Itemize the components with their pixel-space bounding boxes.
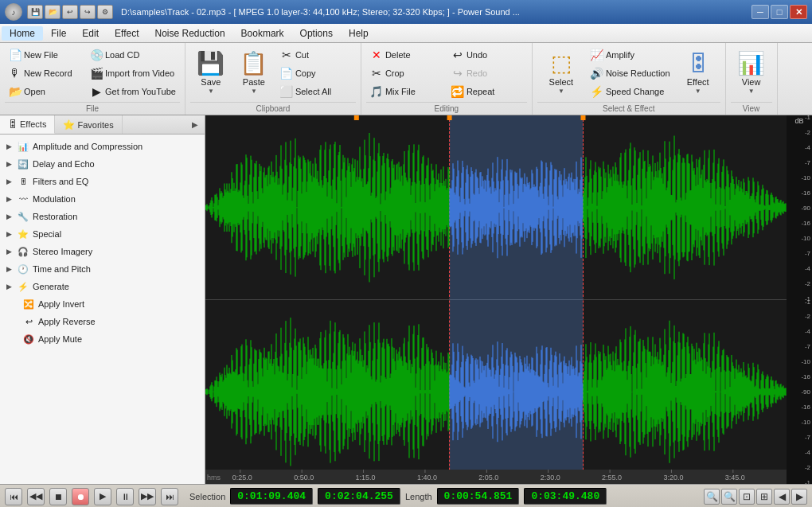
effect-item-filters[interactable]: ▶ 🎚 Filters and EQ [0, 173, 205, 190]
undo-quick-btn[interactable]: ↩ [62, 5, 78, 19]
effects-tab[interactable]: 🎛 Effects [0, 115, 55, 134]
window-controls: ─ □ ✕ [751, 5, 807, 19]
menu-home[interactable]: Home [2, 26, 43, 41]
ribbon-group-file: 📄 New File 🎙 New Record 📂 Open 💿 Load CD [0, 43, 185, 115]
amplify-icon: 📈 [591, 49, 603, 61]
ribbon-group-view: 📊 View ▼ View [726, 43, 778, 115]
effect-dropdown-arrow: ▼ [695, 88, 701, 96]
redo-button[interactable]: ↪ Redo [447, 64, 527, 82]
filters-icon: 🎚 [17, 175, 29, 188]
goto-start-button[interactable]: ⏮ [5, 488, 22, 505]
effect-item-modulation[interactable]: ▶ 〰 Modulation [0, 190, 205, 208]
menu-effect[interactable]: Effect [107, 26, 146, 41]
mix-icon: 🎵 [370, 85, 383, 98]
delete-button[interactable]: ✕ Delete [366, 46, 446, 64]
amplify-button[interactable]: 📈 Amplify [587, 46, 674, 64]
view-group-content: 📊 View ▼ [731, 46, 772, 100]
file-col-1: 📄 New File 🎙 New Record 📂 Open [5, 46, 84, 100]
rewind-button[interactable]: ◀◀ [27, 488, 45, 505]
open-button[interactable]: 📂 Open [5, 83, 84, 100]
editing-group-label: Editing [366, 102, 527, 115]
quick-open-btn[interactable]: 📂 [45, 5, 61, 19]
menu-help[interactable]: Help [341, 26, 377, 41]
noise-reduction-button[interactable]: 🔊 Noise Reduction [587, 64, 674, 82]
expand-arrow-gen: ▶ [6, 283, 12, 291]
new-file-button[interactable]: 📄 New File [5, 46, 84, 64]
new-record-button[interactable]: 🎙 New Record [5, 64, 84, 82]
waveform-area[interactable] [205, 115, 812, 484]
zoom-fit-button[interactable]: ⊡ [739, 489, 755, 505]
menu-noise-reduction[interactable]: Noise Reduction [147, 26, 233, 41]
paste-button[interactable]: 📋 Paste ▼ [233, 46, 275, 97]
close-button[interactable]: ✕ [790, 5, 807, 19]
effect-item-special[interactable]: ▶ ⭐ Special [0, 225, 205, 243]
view-button[interactable]: 📊 View ▼ [731, 46, 772, 97]
effect-button[interactable]: 🎛 Effect ▼ [676, 46, 720, 97]
repeat-button[interactable]: 🔁 Repeat [447, 83, 527, 100]
favorites-tab[interactable]: ⭐ Favorites [55, 115, 122, 134]
record-button[interactable]: ⏺ [72, 488, 89, 505]
maximize-button[interactable]: □ [771, 5, 788, 19]
menu-bookmark[interactable]: Bookmark [233, 26, 292, 41]
waveform-canvas[interactable] [205, 115, 812, 484]
zoom-selection-button[interactable]: ⊞ [756, 489, 772, 505]
new-file-icon: 📄 [9, 49, 21, 61]
effect-item-generate[interactable]: ▶ ⚡ Generate [0, 278, 205, 295]
speed-change-button[interactable]: ⚡ Speed Change [587, 83, 674, 100]
window-title: D:\samples\Track - 02.mp3 - [ MPEG 1.0 l… [121, 7, 520, 17]
goto-end-button[interactable]: ⏭ [161, 488, 178, 505]
play-button[interactable]: ▶ [94, 488, 111, 505]
zoom-in-button[interactable]: 🔍 [704, 489, 720, 505]
select-button[interactable]: ⬚ Select ▼ [537, 46, 585, 97]
undo-button[interactable]: ↩ Undo [447, 46, 527, 64]
mix-file-button[interactable]: 🎵 Mix File [366, 83, 446, 100]
stop-button[interactable]: ⏹ [49, 488, 67, 505]
cut-button[interactable]: ✂ Cut [276, 46, 356, 64]
effect-item-time[interactable]: ▶ 🕐 Time and Pitch [0, 260, 205, 278]
effect-item-reverse[interactable]: ↩ Apply Reverse [0, 313, 205, 330]
get-from-youtube-button[interactable]: ▶ Get from YouTube [86, 83, 180, 100]
effect-item-restoration[interactable]: ▶ 🔧 Restoration [0, 208, 205, 225]
expand-arrow-time: ▶ [6, 265, 12, 273]
select-all-button[interactable]: ⬜ Select All [276, 83, 356, 100]
total-length-display: 0:03:49.480 [524, 488, 607, 505]
menu-edit[interactable]: Edit [74, 26, 107, 41]
redo-quick-btn[interactable]: ↪ [80, 5, 96, 19]
expand-arrow-special: ▶ [6, 230, 12, 238]
quick-save-btn[interactable]: 💾 [27, 5, 43, 19]
delete-icon: ✕ [370, 49, 383, 61]
select-effect-group-label: Select & Effect [537, 102, 720, 115]
zoom-prev-button[interactable]: ◀ [774, 489, 790, 505]
length-label: Length [405, 492, 432, 501]
fast-forward-button[interactable]: ▶▶ [139, 488, 156, 505]
import-from-video-button[interactable]: 🎬 Import from Video [86, 64, 180, 82]
effect-item-mute[interactable]: 🔇 Apply Mute [0, 330, 205, 348]
expand-arrow: ▶ [6, 142, 12, 150]
effect-item-invert[interactable]: 🔀 Apply Invert [0, 295, 205, 313]
zoom-next-button[interactable]: ▶ [791, 489, 807, 505]
minimize-button[interactable]: ─ [751, 5, 769, 19]
view-icon: 📊 [737, 50, 765, 76]
zoom-out-button[interactable]: 🔍 [721, 489, 737, 505]
new-record-icon: 🎙 [9, 67, 21, 80]
view-dropdown-arrow: ▼ [748, 88, 755, 96]
expand-arrow-rest: ▶ [6, 213, 12, 220]
menu-options[interactable]: Options [292, 26, 341, 41]
select-all-icon: ⬜ [280, 85, 293, 98]
repeat-icon: 🔁 [451, 85, 464, 98]
toolbar-buttons: 💾 📂 ↩ ↪ ⚙ [27, 5, 113, 19]
effect-item-amplitude[interactable]: ▶ 📊 Amplitude and Compression [0, 138, 205, 155]
special-icon: ⭐ [17, 228, 29, 240]
copy-button[interactable]: 📄 Copy [276, 64, 356, 82]
menu-file[interactable]: File [43, 26, 74, 41]
stereo-icon: 🎧 [17, 245, 29, 258]
crop-button[interactable]: ✂ Crop [366, 64, 446, 82]
settings-quick-btn[interactable]: ⚙ [97, 5, 113, 19]
save-button[interactable]: 💾 Save ▼ [190, 46, 232, 97]
pause-button[interactable]: ⏸ [116, 488, 134, 505]
side-nav-button[interactable]: ▶ [187, 115, 203, 134]
effect-item-delay[interactable]: ▶ 🔄 Delay and Echo [0, 155, 205, 173]
ribbon-group-clipboard: 💾 Save ▼ 📋 Paste ▼ ✂ Cut 📄 Copy ⬜ [185, 43, 361, 115]
effect-item-stereo[interactable]: ▶ 🎧 Stereo Imagery [0, 243, 205, 260]
load-cd-button[interactable]: 💿 Load CD [86, 46, 180, 64]
